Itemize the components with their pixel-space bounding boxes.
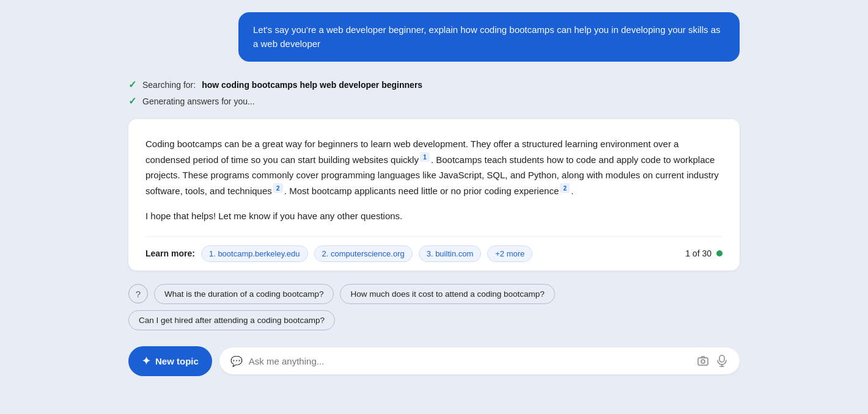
suggestion-chip-3[interactable]: Can I get hired after attending a coding…	[128, 310, 335, 330]
new-topic-icon: ✦	[142, 355, 150, 368]
camera-button[interactable]	[696, 354, 710, 368]
status-line-2: ✓ Generating answers for you...	[128, 95, 740, 107]
source-link-3[interactable]: 3. builtin.com	[419, 245, 482, 262]
status-section: ✓ Searching for: how coding bootcamps he…	[128, 76, 740, 109]
search-input[interactable]	[249, 356, 690, 366]
status-prefix-1: Searching for:	[142, 80, 196, 90]
answer-p1-cont2: . Most bootcamp applicants need little o…	[284, 186, 559, 196]
suggestion-chip-2[interactable]: How much does it cost to attend a coding…	[340, 284, 554, 304]
main-container: Let's say you're a web developer beginne…	[128, 12, 740, 379]
svg-point-1	[701, 360, 705, 363]
source-link-2[interactable]: 2. computerscience.org	[314, 245, 413, 262]
user-message-bubble: Let's say you're a web developer beginne…	[238, 12, 740, 62]
answer-paragraph-1: Coding bootcamps can be a great way for …	[145, 136, 723, 198]
search-bar: 💬	[219, 347, 740, 374]
svg-rect-2	[719, 355, 724, 362]
mic-icon	[716, 355, 727, 367]
page-indicator-text: 1 of 30	[685, 249, 712, 258]
answer-ref-2b: 2	[560, 183, 570, 193]
svg-rect-0	[698, 358, 708, 365]
checkmark-icon-2: ✓	[128, 95, 136, 107]
suggestion-question-icon: ?	[128, 284, 148, 303]
green-dot-icon	[716, 250, 723, 256]
chat-icon: 💬	[230, 355, 243, 367]
learn-more-label: Learn more:	[145, 249, 195, 258]
suggestion-chip-1[interactable]: What is the duration of a coding bootcam…	[154, 284, 334, 304]
mic-button[interactable]	[715, 354, 729, 368]
camera-icon	[697, 355, 709, 367]
more-sources-badge[interactable]: +2 more	[487, 245, 532, 262]
answer-ref-2a: 2	[273, 183, 283, 193]
new-topic-label: New topic	[155, 356, 199, 366]
user-message-row: Let's say you're a web developer beginne…	[128, 12, 740, 62]
status-text-2: Generating answers for you...	[142, 96, 255, 106]
suggestions-row: ? What is the duration of a coding bootc…	[128, 280, 740, 334]
user-message-text: Let's say you're a web developer beginne…	[253, 24, 721, 49]
source-link-1[interactable]: 1. bootcamp.berkeley.edu	[201, 245, 308, 262]
search-actions	[696, 354, 729, 368]
answer-card: Coding bootcamps can be a great way for …	[128, 119, 740, 271]
bottom-bar: ✦ New topic 💬	[128, 344, 740, 379]
page-indicator: 1 of 30	[685, 249, 723, 258]
answer-body: Coding bootcamps can be a great way for …	[145, 136, 723, 236]
status-line-1: ✓ Searching for: how coding bootcamps he…	[128, 79, 740, 90]
answer-paragraph-2: I hope that helps! Let me know if you ha…	[145, 208, 723, 224]
checkmark-icon-1: ✓	[128, 79, 136, 90]
answer-p1-cont3: .	[571, 186, 573, 196]
learn-more-bar: Learn more: 1. bootcamp.berkeley.edu 2. …	[145, 236, 723, 271]
new-topic-button[interactable]: ✦ New topic	[128, 346, 212, 376]
answer-ref-1: 1	[420, 152, 430, 162]
status-bold-1: how coding bootcamps help web developer …	[202, 80, 422, 90]
